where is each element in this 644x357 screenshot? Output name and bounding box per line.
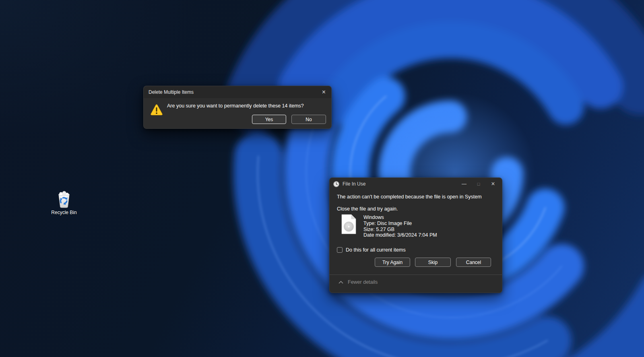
recycle-bin-icon — [55, 190, 73, 208]
delete-multiple-items-dialog: Delete Multiple Items × Are you sure you… — [143, 86, 332, 129]
fewer-details-toggle[interactable]: Fewer details — [339, 279, 378, 285]
close-icon[interactable]: × — [321, 89, 326, 95]
warning-icon — [151, 104, 163, 117]
recycle-bin[interactable]: Recycle Bin — [47, 190, 81, 215]
cancel-button[interactable]: Cancel — [456, 258, 491, 267]
chevron-up-icon — [339, 281, 343, 284]
file-info: Windows Type: Disc Image File Size: 5.27… — [363, 215, 437, 238]
close-icon[interactable]: × — [486, 178, 500, 190]
clock-icon — [333, 181, 339, 187]
yes-button[interactable]: Yes — [252, 115, 286, 124]
maximize-icon[interactable]: □ — [471, 178, 486, 190]
disc-image-file-icon — [341, 214, 357, 236]
recycle-bin-label: Recycle Bin — [47, 210, 81, 215]
file-name: Windows — [363, 215, 437, 221]
file-in-use-dialog: File In Use — □ × The action can't be co… — [329, 177, 502, 293]
desktop-surface: Recycle Bin Delete Multiple Items × Are … — [0, 0, 644, 357]
delete-dialog-title: Delete Multiple Items — [149, 89, 194, 95]
delete-dialog-titlebar[interactable]: Delete Multiple Items × — [144, 86, 331, 98]
skip-button[interactable]: Skip — [415, 258, 451, 267]
do-for-all-label[interactable]: Do this for all current items — [346, 247, 406, 253]
file-in-use-message: The action can't be completed because th… — [337, 194, 482, 200]
fewer-details-label: Fewer details — [348, 279, 378, 285]
file-in-use-titlebar[interactable]: File In Use — □ × — [330, 178, 502, 190]
file-type: Type: Disc Image File — [363, 221, 437, 227]
delete-confirm-message: Are you sure you want to permanently del… — [167, 103, 304, 109]
file-in-use-title: File In Use — [343, 181, 365, 187]
file-size: Size: 5.27 GB — [363, 227, 437, 233]
no-button[interactable]: No — [291, 115, 326, 124]
file-date-modified: Date modified: 3/6/2024 7:04 PM — [363, 232, 437, 238]
wallpaper-bloom — [0, 0, 644, 357]
do-for-all-row: Do this for all current items — [337, 247, 406, 253]
minimize-icon[interactable]: — — [457, 178, 471, 190]
do-for-all-checkbox[interactable] — [337, 247, 343, 253]
file-in-use-instruction: Close the file and try again. — [337, 206, 398, 212]
try-again-button[interactable]: Try Again — [375, 258, 410, 267]
footer-divider — [330, 274, 502, 275]
